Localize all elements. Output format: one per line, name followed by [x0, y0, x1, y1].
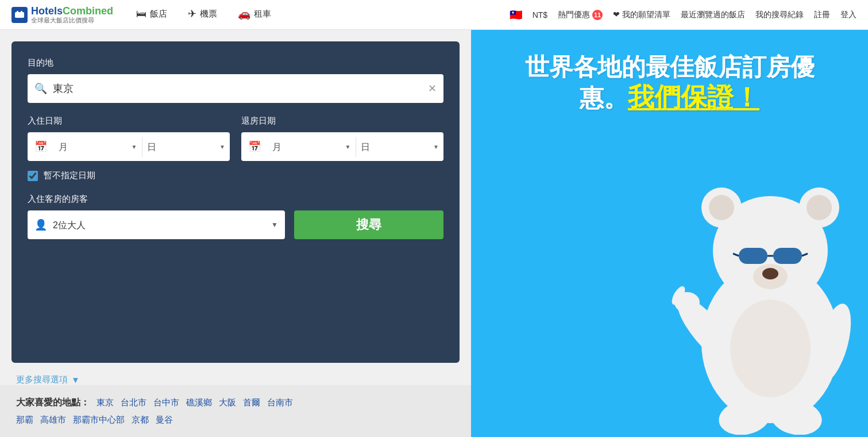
popular-link-tokyo[interactable]: 東京 — [97, 397, 114, 408]
promo-text: 世界各地的最佳飯店訂房優 惠。我們保證！ — [508, 53, 832, 114]
logo-combined-text: Combined — [63, 5, 113, 17]
checkout-selects: 📅 月 1月2月3月 4月5月6月 7月8月9月 10月11月12月 — [241, 132, 443, 161]
promo-line2: 惠。我們保證！ — [525, 82, 815, 113]
svg-point-6 — [709, 195, 734, 220]
popular-link-kyoto[interactable]: 京都 — [132, 415, 149, 425]
popular-link-taipei[interactable]: 台北市 — [121, 397, 146, 408]
svg-point-8 — [807, 195, 832, 220]
popular-row2: 那霸 高雄市 那霸市中心部 京都 曼谷 — [16, 415, 455, 425]
search-box: 目的地 🔍 ✕ 入住日期 📅 月 1月2月3月 — [11, 41, 460, 363]
promo-panel: 世界各地的最佳飯店訂房優 惠。我們保證！ — [471, 30, 868, 437]
checkin-day-wrapper: 日 for(let i=1;i<=31;i++) document.write(… — [142, 132, 230, 161]
recently-viewed-link[interactable]: 最近瀏覽過的飯店 — [681, 10, 745, 20]
no-date-row: 暫不指定日期 — [28, 170, 443, 181]
more-options: 更多搜尋選項 ▼ — [0, 374, 471, 385]
bear-svg — [650, 136, 868, 435]
destination-label: 目的地 — [28, 57, 443, 68]
checkout-label: 退房日期 — [241, 116, 443, 126]
svg-rect-0 — [15, 12, 24, 18]
guests-select-wrapper: 👤 1位大人 2位大人 3位大人 4位大人 ▼ — [28, 210, 285, 239]
main-content: 目的地 🔍 ✕ 入住日期 📅 月 1月2月3月 — [0, 30, 868, 437]
register-button[interactable]: 註冊 — [814, 10, 830, 20]
popular-link-tainan[interactable]: 台南市 — [267, 397, 293, 408]
logo-sub-text: 全球最大飯店比價搜尋 — [31, 16, 113, 25]
popular-link-jiaoxi[interactable]: 礁溪鄉 — [186, 397, 212, 408]
logo-icon — [11, 7, 28, 23]
search-button[interactable]: 搜尋 — [294, 210, 443, 239]
logo[interactable]: HotelsCombined 全球最大飯店比價搜尋 — [11, 5, 113, 25]
currency-selector[interactable]: NT$ — [533, 10, 547, 20]
hot-deals[interactable]: 熱門優惠 11 — [558, 10, 603, 20]
logo-hotels-text: Hotels — [31, 5, 63, 17]
checkin-cal-icon: 📅 — [28, 132, 54, 161]
nav-cars-label: 租車 — [254, 9, 271, 20]
checkout-month-wrapper: 月 1月2月3月 4月5月6月 7月8月9月 10月11月12月 — [268, 132, 356, 161]
svg-rect-1 — [17, 11, 18, 13]
hot-deals-label: 熱門優惠 — [558, 10, 590, 20]
more-options-chevron: ▼ — [71, 375, 80, 385]
nav-flights-label: 機票 — [200, 9, 217, 20]
promo-line2-highlight: 我們保證！ — [628, 82, 760, 112]
bear-mascot — [650, 136, 868, 437]
checkin-group: 入住日期 📅 月 1月2月3月 4月5月6月 7月8月9月 10月11月12月 — [28, 116, 230, 161]
checkout-group: 退房日期 📅 月 1月2月3月 4月5月6月 7月8月9月 10月11月12月 — [241, 116, 443, 161]
destination-input-wrapper: 🔍 ✕ — [28, 74, 443, 103]
more-options-link[interactable]: 更多搜尋選項 ▼ — [16, 374, 455, 385]
checkout-day-select[interactable]: 日 for(let i=1;i<=31;i++) document.write(… — [356, 132, 444, 161]
popular-link-bangkok[interactable]: 曼谷 — [156, 415, 173, 425]
header: HotelsCombined 全球最大飯店比價搜尋 🛏 飯店 ✈ 機票 🚗 租車… — [0, 0, 868, 30]
wishlist-link[interactable]: ❤ 我的願望清單 — [613, 10, 670, 20]
cars-icon: 🚗 — [238, 7, 250, 20]
popular-label: 大家喜愛的地點： 東京 台北市 台中市 礁溪鄉 大阪 首爾 台南市 — [16, 397, 455, 409]
nav-item-hotels[interactable]: 🛏 飯店 — [127, 0, 176, 30]
clear-destination-button[interactable]: ✕ — [428, 82, 437, 95]
hotels-icon: 🛏 — [136, 8, 146, 20]
popular-link-seoul[interactable]: 首爾 — [243, 397, 260, 408]
popular-link-naha[interactable]: 那霸 — [16, 415, 33, 425]
popular-link-naha-center[interactable]: 那霸市中心部 — [73, 415, 125, 425]
guests-row: 入住客房的房客 👤 1位大人 2位大人 3位大人 4位大人 ▼ 搜尋 — [28, 194, 443, 239]
login-button[interactable]: 登入 — [840, 10, 857, 20]
guests-arrow-icon: ▼ — [271, 221, 278, 229]
no-date-checkbox[interactable] — [28, 171, 38, 181]
destination-input[interactable] — [53, 83, 428, 95]
popular-link-taichung[interactable]: 台中市 — [153, 397, 179, 408]
popular-title: 大家喜愛的地點： — [16, 397, 90, 409]
svg-rect-9 — [739, 248, 767, 264]
guests-icon: 👤 — [34, 218, 47, 231]
search-history-link[interactable]: 我的搜尋紀錄 — [755, 10, 804, 20]
search-icon: 🔍 — [34, 82, 47, 95]
guests-label: 入住客房的房客 — [28, 194, 285, 205]
nav-hotels-label: 飯店 — [150, 9, 167, 20]
no-date-label[interactable]: 暫不指定日期 — [44, 170, 95, 181]
svg-point-21 — [730, 300, 811, 397]
guests-group: 入住客房的房客 👤 1位大人 2位大人 3位大人 4位大人 ▼ — [28, 194, 285, 239]
popular-link-osaka[interactable]: 大阪 — [219, 397, 236, 408]
checkout-month-select[interactable]: 月 1月2月3月 4月5月6月 7月8月9月 10月11月12月 — [268, 132, 356, 161]
svg-rect-10 — [773, 248, 802, 264]
hot-deals-badge: 11 — [592, 10, 603, 20]
checkout-day-wrapper: 日 for(let i=1;i<=31;i++) document.write(… — [356, 132, 444, 161]
svg-rect-2 — [21, 11, 22, 13]
checkin-label: 入住日期 — [28, 116, 230, 126]
checkin-month-select[interactable]: 月 1月2月3月 4月5月6月 7月8月9月 10月11月12月 — [54, 132, 142, 161]
guests-select[interactable]: 1位大人 2位大人 3位大人 4位大人 — [53, 220, 271, 230]
date-row: 入住日期 📅 月 1月2月3月 4月5月6月 7月8月9月 10月11月12月 — [28, 116, 443, 161]
checkout-cal-icon: 📅 — [241, 132, 268, 161]
more-options-label: 更多搜尋選項 — [16, 374, 68, 385]
main-nav: 🛏 飯店 ✈ 機票 🚗 租車 — [127, 0, 510, 30]
header-right: 🇹🇼 NT$ 熱門優惠 11 ❤ 我的願望清單 我的願望清單 最近瀏覽過的飯店 … — [510, 9, 857, 21]
promo-line2-normal: 惠。 — [580, 85, 628, 112]
search-panel: 目的地 🔍 ✕ 入住日期 📅 月 1月2月3月 — [0, 30, 471, 437]
popular-section: 大家喜愛的地點： 東京 台北市 台中市 礁溪鄉 大阪 首爾 台南市 那霸 高雄市… — [0, 385, 471, 437]
nav-item-flights[interactable]: ✈ 機票 — [179, 0, 226, 30]
checkin-month-wrapper: 月 1月2月3月 4月5月6月 7月8月9月 10月11月12月 — [54, 132, 142, 161]
svg-point-15 — [762, 268, 778, 279]
promo-line1: 世界各地的最佳飯店訂房優 — [525, 53, 815, 82]
popular-link-kaohsiung[interactable]: 高雄市 — [40, 415, 66, 425]
checkin-day-select[interactable]: 日 for(let i=1;i<=31;i++) document.write(… — [142, 132, 230, 161]
nav-item-cars[interactable]: 🚗 租車 — [229, 0, 280, 30]
flag-icon[interactable]: 🇹🇼 — [510, 9, 522, 21]
flights-icon: ✈ — [188, 7, 196, 20]
checkin-selects: 📅 月 1月2月3月 4月5月6月 7月8月9月 10月11月12月 — [28, 132, 230, 161]
